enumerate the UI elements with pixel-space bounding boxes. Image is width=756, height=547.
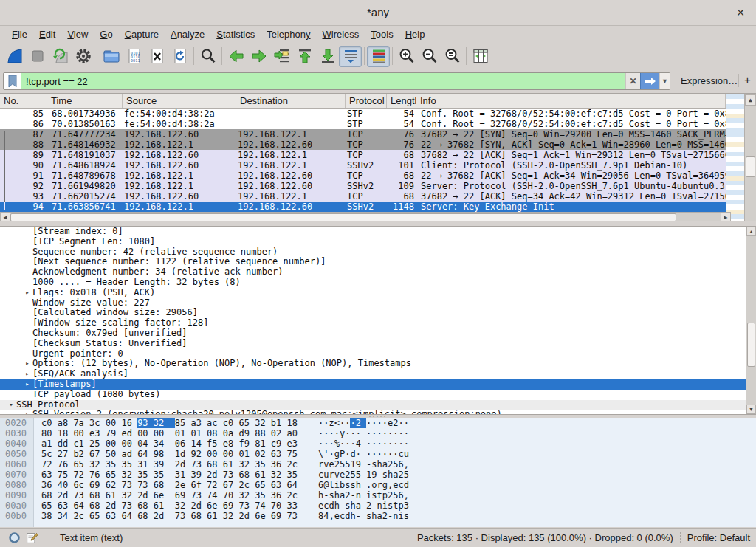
vscroll-thumb[interactable] xyxy=(746,156,755,177)
packet-row[interactable]: 9071.648618924192.168.122.60192.168.122.… xyxy=(0,160,726,171)
hex-row[interactable]: 008036 40 6c 69 62 73 73 68 2e 6f 72 67 … xyxy=(0,480,756,490)
details-line[interactable]: [TCP Segment Len: 1080] xyxy=(0,237,756,247)
display-filter-input[interactable]: !tcp.port == 22 xyxy=(21,73,625,89)
column-header-no[interactable]: No. xyxy=(0,94,47,108)
zoom-out-button[interactable] xyxy=(418,46,441,67)
capture-options-button[interactable] xyxy=(72,46,94,67)
go-forward-button[interactable] xyxy=(247,46,270,67)
status-profile[interactable]: Profile: Default xyxy=(687,532,750,543)
details-line[interactable]: [Next sequence number: 1122 (relative se… xyxy=(0,257,756,267)
column-header-destination[interactable]: Destination xyxy=(236,94,346,108)
expand-down-icon[interactable]: ▾ xyxy=(6,400,16,410)
details-line[interactable]: [Window size scaling factor: 128] xyxy=(0,318,756,328)
hex-row[interactable]: 003080 18 00 e3 79 ed 00 00 01 01 08 0a … xyxy=(0,428,756,438)
find-packet-button[interactable] xyxy=(196,46,219,67)
hex-row[interactable]: 00a065 63 64 68 2d 73 68 61 32 2d 6e 69 … xyxy=(0,500,756,511)
hex-row[interactable]: 0040a1 dd c1 25 00 00 04 34 06 14 f5 e8 … xyxy=(0,438,756,449)
close-icon[interactable]: ✕ xyxy=(734,6,747,19)
details-line[interactable]: Checksum: 0x79ed [unverified] xyxy=(0,328,756,339)
hex-row[interactable]: 007063 75 72 76 65 32 35 35 31 39 2d 73 … xyxy=(0,469,756,480)
menu-file[interactable]: File xyxy=(6,27,33,42)
packet-row[interactable]: 9271.661949820192.168.122.1192.168.122.6… xyxy=(0,181,726,191)
menu-wireless[interactable]: Wireless xyxy=(317,27,365,42)
stop-capture-button[interactable] xyxy=(26,46,49,67)
details-line[interactable]: [Calculated window size: 29056] xyxy=(0,308,756,318)
details-line[interactable]: ▸Flags: 0x018 (PSH, ACK) xyxy=(0,288,756,298)
menu-go[interactable]: Go xyxy=(94,27,118,42)
hex-row[interactable]: 0020c0 a8 7a 3c 00 16 93 32 85 a3 ac c0 … xyxy=(0,418,756,428)
resize-columns-button[interactable] xyxy=(469,46,492,67)
column-header-protocol[interactable]: Protocol xyxy=(346,94,387,108)
menu-statistics[interactable]: Statistics xyxy=(210,27,261,42)
expand-right-icon[interactable]: ▸ xyxy=(22,369,32,379)
packet-row[interactable]: 8670.013850163fe:54:00:d4:38:2aSTP54Conf… xyxy=(0,119,726,129)
packet-row[interactable]: 9171.648789678192.168.122.1192.168.122.6… xyxy=(0,171,726,181)
menu-help[interactable]: Help xyxy=(399,27,431,42)
column-header-time[interactable]: Time xyxy=(47,94,123,108)
details-line[interactable]: TCP payload (1080 bytes) xyxy=(0,390,756,400)
details-scroll-down-icon[interactable]: ▼ xyxy=(746,405,756,414)
go-to-packet-button[interactable] xyxy=(270,46,293,67)
expression-button[interactable]: Expression… xyxy=(681,75,738,86)
expand-right-icon[interactable]: ▸ xyxy=(22,379,32,390)
capture-comment-icon[interactable] xyxy=(24,531,39,546)
close-file-button[interactable] xyxy=(145,46,168,67)
details-line[interactable]: ▾SSH Protocol xyxy=(0,400,756,410)
details-line[interactable]: Urgent pointer: 0 xyxy=(0,349,756,359)
packet-row[interactable]: 8971.648191037192.168.122.60192.168.122.… xyxy=(0,150,726,160)
hex-row[interactable]: 006072 76 65 32 35 35 31 39 2d 73 68 61 … xyxy=(0,459,756,469)
details-line[interactable]: Acknowledgment number: 34 (relative ack … xyxy=(0,267,756,278)
packet-row[interactable]: 8871.648146932192.168.122.1192.168.122.6… xyxy=(0,140,726,150)
menu-view[interactable]: View xyxy=(61,27,94,42)
details-line[interactable]: ▸[SEQ/ACK analysis] xyxy=(0,369,756,379)
packet-row[interactable]: 9371.662015274192.168.122.60192.168.122.… xyxy=(0,191,726,202)
menu-telephony[interactable]: Telephony xyxy=(261,27,316,42)
hscroll-thumb[interactable] xyxy=(10,213,676,221)
zoom-original-button[interactable] xyxy=(441,46,464,67)
scroll-up-icon[interactable]: ▲ xyxy=(745,94,756,106)
packet-row[interactable]: 8568.001734936fe:54:00:d4:38:2aSTP54Conf… xyxy=(0,109,726,119)
expert-info-icon[interactable] xyxy=(7,531,21,546)
details-line[interactable]: [Stream index: 0] xyxy=(0,227,756,237)
details-scroll-up-icon[interactable]: ▲ xyxy=(746,227,756,236)
packet-row[interactable]: 8771.647777234192.168.122.60192.168.122.… xyxy=(0,129,726,140)
details-line[interactable]: 1000 .... = Header Length: 32 bytes (8) xyxy=(0,278,756,288)
column-header-source[interactable]: Source xyxy=(123,94,236,108)
packet-list-hscrollbar[interactable]: ◀ ▶ xyxy=(0,212,731,222)
packet-row[interactable]: 9471.663856741192.168.122.1192.168.122.6… xyxy=(0,202,726,212)
details-line[interactable]: [Checksum Status: Unverified] xyxy=(0,339,756,349)
menu-edit[interactable]: Edit xyxy=(33,27,61,42)
details-line[interactable]: Sequence number: 42 (relative sequence n… xyxy=(0,247,756,258)
filter-bookmark-icon[interactable] xyxy=(4,73,21,89)
filter-clear-icon[interactable]: ✕ xyxy=(625,73,640,89)
expand-right-icon[interactable]: ▸ xyxy=(22,410,32,415)
go-first-button[interactable] xyxy=(293,46,316,67)
filter-dropdown-icon[interactable]: ▼ xyxy=(659,73,670,89)
details-line[interactable]: ▸Options: (12 bytes), No-Operation (NOP)… xyxy=(0,359,756,369)
details-vscroll-thumb[interactable] xyxy=(747,323,755,367)
add-filter-button[interactable]: + xyxy=(744,73,751,86)
column-header-info[interactable]: Info xyxy=(416,94,726,108)
go-last-button[interactable] xyxy=(316,46,339,67)
colorize-button[interactable] xyxy=(367,46,390,67)
details-line[interactable]: Window size value: 227 xyxy=(0,298,756,309)
zoom-in-button[interactable] xyxy=(395,46,418,67)
menu-capture[interactable]: Capture xyxy=(119,27,165,42)
menu-tools[interactable]: Tools xyxy=(365,27,399,42)
go-back-button[interactable] xyxy=(224,46,247,67)
reload-file-button[interactable] xyxy=(168,46,191,67)
expand-right-icon[interactable]: ▸ xyxy=(22,288,32,298)
details-line[interactable]: ▸[Timestamps] xyxy=(0,379,756,390)
hex-row[interactable]: 009068 2d 73 68 61 32 2d 6e 69 73 74 70 … xyxy=(0,490,756,500)
menu-analyze[interactable]: Analyze xyxy=(165,27,210,42)
details-vscrollbar[interactable]: ▲ ▼ xyxy=(746,227,756,414)
restart-capture-button[interactable] xyxy=(49,46,72,67)
auto-scroll-button[interactable] xyxy=(339,46,362,67)
hex-row[interactable]: 00b038 34 2c 65 63 64 68 2d 73 68 61 32 … xyxy=(0,511,756,521)
hex-row[interactable]: 00505c 27 b2 67 50 ad 64 98 1d 92 00 00 … xyxy=(0,449,756,459)
start-capture-button[interactable] xyxy=(3,46,26,67)
column-header-length[interactable]: Length xyxy=(387,94,416,108)
open-file-button[interactable] xyxy=(100,46,123,67)
save-file-button[interactable]: 010101100011 xyxy=(123,46,145,67)
expand-right-icon[interactable]: ▸ xyxy=(22,359,32,369)
